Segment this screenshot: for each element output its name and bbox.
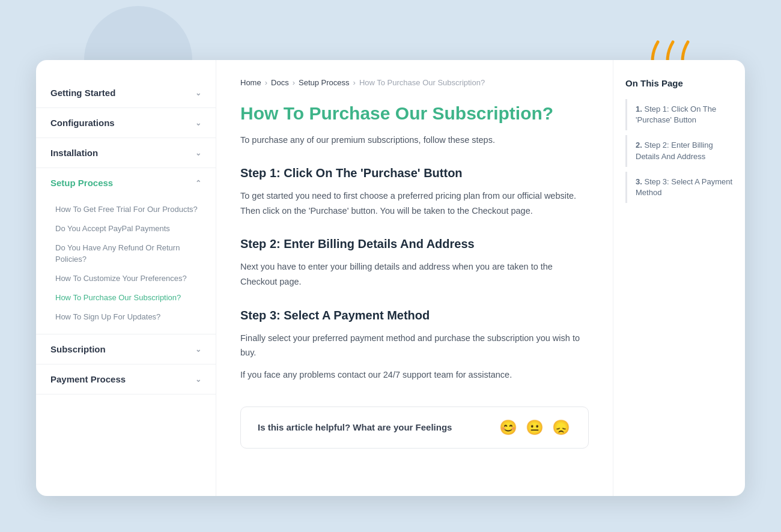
breadcrumb-sep-2: ›: [293, 78, 295, 87]
sidebar-item-refund[interactable]: Do You Have Any Refund Or Return Policie…: [36, 238, 216, 268]
sidebar-item-free-trial[interactable]: How To Get Free Trial For Our Products?: [36, 200, 216, 219]
chevron-down-icon: ⌄: [195, 345, 201, 354]
chevron-down-icon: ⌄: [195, 119, 201, 127]
chevron-down-icon: ⌄: [195, 375, 201, 384]
emoji-happy[interactable]: 😊: [498, 418, 518, 437]
chevron-down-icon: ⌄: [195, 149, 201, 157]
toc-item-3[interactable]: 3. Step 3: Select A Payment Method: [625, 172, 733, 203]
sidebar-item-purchase[interactable]: How To Purchase Our Subscription?: [36, 288, 216, 307]
main-card: Getting Started ⌄ Configurations ⌄ Insta…: [36, 60, 745, 496]
chevron-down-icon: ⌄: [195, 89, 201, 97]
sidebar-section-setup-process: Setup Process ⌃ How To Get Free Trial Fo…: [36, 168, 216, 334]
toc-item-1[interactable]: 1. Step 1: Click On The 'Purchase' Butto…: [625, 99, 733, 130]
step3-heading: Step 3: Select A Payment Method: [240, 309, 589, 322]
sidebar-item-paypal[interactable]: Do You Accept PayPal Payments: [36, 219, 216, 238]
toc-number-3: 3.: [636, 177, 642, 186]
sidebar-section-header-configurations[interactable]: Configurations ⌄: [36, 108, 216, 138]
sidebar-item-customize[interactable]: How To Customize Your Preferences?: [36, 269, 216, 288]
sidebar-section-header-installation[interactable]: Installation ⌄: [36, 138, 216, 168]
chevron-up-icon: ⌃: [195, 179, 201, 187]
sidebar-section-installation: Installation ⌄: [36, 138, 216, 168]
toc-title: On This Page: [625, 78, 733, 88]
toc-sidebar: On This Page 1. Step 1: Click On The 'Pu…: [613, 60, 745, 496]
sidebar-section-label: Installation: [50, 148, 98, 158]
sidebar-section-header-subscription[interactable]: Subscription ⌄: [36, 334, 216, 364]
page-title: How To Purchase Our Subscription?: [240, 101, 589, 125]
toc-label-2: Step 2: Enter Billing Details And Addres…: [636, 141, 713, 160]
step1-text-1: To get started you need to first choose …: [240, 189, 589, 218]
emoji-sad[interactable]: 😞: [551, 418, 571, 437]
toc-number-2: 2.: [636, 141, 642, 150]
sidebar-section-label: Payment Process: [50, 374, 126, 384]
sidebar-section-label: Configurations: [50, 118, 115, 128]
step2-text-1: Next you have to enter your billing deta…: [240, 259, 589, 289]
feedback-bar: Is this article helpful? What are your F…: [240, 407, 589, 449]
breadcrumb: Home › Docs › Setup Process › How To Pur…: [240, 78, 589, 87]
sidebar-section-configurations: Configurations ⌄: [36, 108, 216, 138]
sidebar-section-header-setup-process[interactable]: Setup Process ⌃: [36, 168, 216, 198]
breadcrumb-home[interactable]: Home: [240, 78, 261, 87]
emoji-neutral[interactable]: 😐: [524, 418, 545, 437]
sidebar-section-label: Subscription: [50, 344, 106, 354]
sidebar-section-label: Getting Started: [50, 88, 115, 98]
step2-heading: Step 2: Enter Billing Details And Addres…: [240, 237, 589, 251]
step3-text-2: If you face any problems contact our 24/…: [240, 367, 589, 382]
sidebar-section-label: Setup Process: [50, 178, 113, 188]
breadcrumb-docs[interactable]: Docs: [271, 78, 289, 87]
feedback-emojis: 😊 😐 😞: [498, 418, 571, 437]
main-content: Home › Docs › Setup Process › How To Pur…: [216, 60, 613, 496]
sidebar: Getting Started ⌄ Configurations ⌄ Insta…: [36, 60, 216, 496]
feedback-text: Is this article helpful? What are your F…: [258, 422, 452, 432]
toc-item-2[interactable]: 2. Step 2: Enter Billing Details And Add…: [625, 135, 733, 166]
step1-heading: Step 1: Click On The 'Purchase' Button: [240, 166, 589, 180]
breadcrumb-current: How To Purchase Our Subscription?: [359, 78, 485, 87]
sidebar-section-header-payment-process[interactable]: Payment Process ⌄: [36, 364, 216, 394]
sidebar-item-signup[interactable]: How To Sign Up For Updates?: [36, 307, 216, 327]
breadcrumb-setup-process[interactable]: Setup Process: [299, 78, 350, 87]
sidebar-section-subscription: Subscription ⌄: [36, 334, 216, 364]
step3-text-1: Finally select your preferred payment me…: [240, 331, 589, 360]
page-intro: To purchase any of our premium subscript…: [240, 133, 589, 147]
sidebar-sub-items-setup-process: How To Get Free Trial For Our Products? …: [36, 198, 216, 334]
toc-label-3: Step 3: Select A Payment Method: [636, 177, 732, 197]
toc-label-1: Step 1: Click On The 'Purchase' Button: [636, 104, 716, 124]
sidebar-section-getting-started: Getting Started ⌄: [36, 78, 216, 108]
breadcrumb-sep-1: ›: [265, 78, 267, 87]
sidebar-section-header-getting-started[interactable]: Getting Started ⌄: [36, 78, 216, 107]
toc-number-1: 1.: [636, 104, 642, 113]
sidebar-section-payment-process: Payment Process ⌄: [36, 364, 216, 394]
breadcrumb-sep-3: ›: [353, 78, 356, 87]
